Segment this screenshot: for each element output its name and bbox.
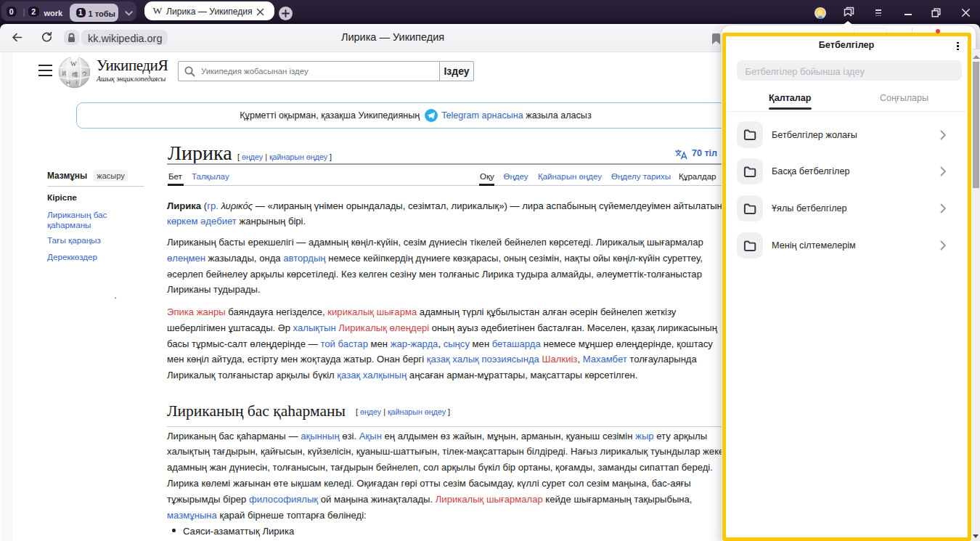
svg-text:ا: ا bbox=[76, 80, 78, 86]
svg-text:W: W bbox=[70, 60, 77, 68]
svg-text:ウ: ウ bbox=[82, 70, 88, 77]
svg-text:Ω: Ω bbox=[67, 79, 70, 85]
svg-text:维: 维 bbox=[72, 71, 78, 78]
svg-text:И: И bbox=[62, 70, 67, 77]
